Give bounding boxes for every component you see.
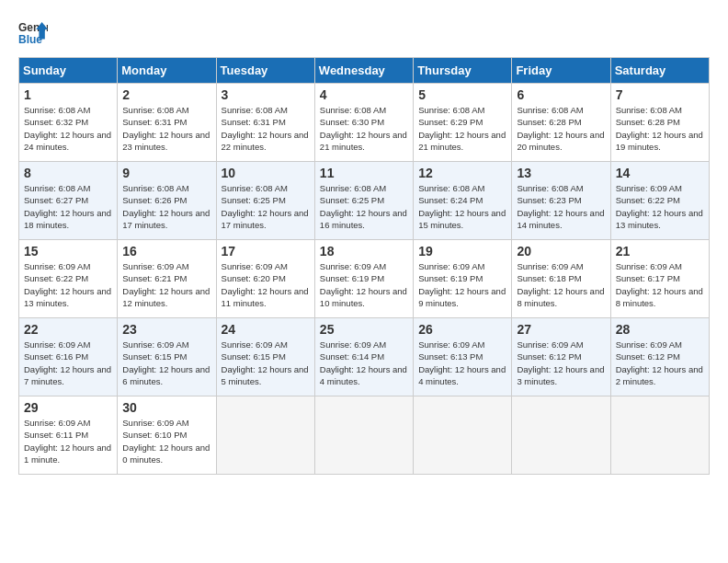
day-number: 26 [418,322,506,337]
day-number: 6 [517,87,605,102]
calendar-day-cell: 4 Sunrise: 6:08 AM Sunset: 6:30 PM Dayli… [314,84,413,162]
day-number: 27 [517,322,605,337]
calendar-day-cell: 27 Sunrise: 6:09 AM Sunset: 6:12 PM Dayl… [512,318,610,396]
weekday-header-tuesday: Tuesday [216,58,314,84]
day-number: 20 [517,244,605,259]
day-info: Sunrise: 6:09 AM Sunset: 6:21 PM Dayligh… [122,260,210,309]
weekday-header-wednesday: Wednesday [314,58,413,84]
calendar-day-cell: 26 Sunrise: 6:09 AM Sunset: 6:13 PM Dayl… [414,318,512,396]
calendar-day-cell: 25 Sunrise: 6:09 AM Sunset: 6:14 PM Dayl… [314,318,413,396]
day-info: Sunrise: 6:09 AM Sunset: 6:19 PM Dayligh… [320,260,408,309]
weekday-header-saturday: Saturday [610,58,709,84]
day-info: Sunrise: 6:08 AM Sunset: 6:26 PM Dayligh… [122,182,210,231]
day-number: 10 [222,166,310,180]
calendar-day-cell: 10 Sunrise: 6:08 AM Sunset: 6:25 PM Dayl… [216,162,314,240]
day-info: Sunrise: 6:08 AM Sunset: 6:31 PM Dayligh… [222,104,310,153]
calendar-day-cell: 3 Sunrise: 6:08 AM Sunset: 6:31 PM Dayli… [216,84,314,162]
svg-text:Blue: Blue [18,33,42,46]
day-number: 2 [122,87,210,102]
day-number: 3 [222,87,310,102]
day-info: Sunrise: 6:08 AM Sunset: 6:27 PM Dayligh… [24,182,112,231]
calendar-week-row: 8 Sunrise: 6:08 AM Sunset: 6:27 PM Dayli… [19,162,710,240]
weekday-header-friday: Friday [512,58,610,84]
day-number: 30 [122,400,210,415]
day-number: 28 [616,322,704,337]
day-info: Sunrise: 6:08 AM Sunset: 6:25 PM Dayligh… [222,182,310,231]
calendar-week-row: 29 Sunrise: 6:09 AM Sunset: 6:11 PM Dayl… [19,396,710,475]
day-number: 21 [616,244,704,259]
day-info: Sunrise: 6:09 AM Sunset: 6:11 PM Dayligh… [24,417,112,465]
day-info: Sunrise: 6:09 AM Sunset: 6:13 PM Dayligh… [418,339,506,387]
day-number: 25 [320,322,408,337]
page-container: General Blue SundayMondayTuesdayWednesda… [18,18,710,475]
calendar-week-row: 1 Sunrise: 6:08 AM Sunset: 6:32 PM Dayli… [19,84,710,162]
day-info: Sunrise: 6:09 AM Sunset: 6:12 PM Dayligh… [517,339,605,387]
calendar-day-cell: 24 Sunrise: 6:09 AM Sunset: 6:15 PM Dayl… [216,318,314,396]
day-info: Sunrise: 6:09 AM Sunset: 6:12 PM Dayligh… [616,339,704,387]
calendar-day-cell: 29 Sunrise: 6:09 AM Sunset: 6:11 PM Dayl… [19,396,118,475]
day-info: Sunrise: 6:08 AM Sunset: 6:24 PM Dayligh… [418,182,506,231]
day-info: Sunrise: 6:08 AM Sunset: 6:32 PM Dayligh… [24,104,112,153]
day-number: 18 [320,244,408,259]
day-info: Sunrise: 6:08 AM Sunset: 6:30 PM Dayligh… [320,104,408,153]
day-info: Sunrise: 6:08 AM Sunset: 6:28 PM Dayligh… [517,104,605,153]
calendar-day-cell [314,396,413,475]
header: General Blue [18,18,710,48]
day-info: Sunrise: 6:09 AM Sunset: 6:15 PM Dayligh… [222,339,310,387]
calendar-day-cell: 9 Sunrise: 6:08 AM Sunset: 6:26 PM Dayli… [118,162,216,240]
calendar-day-cell: 20 Sunrise: 6:09 AM Sunset: 6:18 PM Dayl… [512,240,610,318]
calendar-day-cell [610,396,709,475]
calendar-day-cell: 22 Sunrise: 6:09 AM Sunset: 6:16 PM Dayl… [19,318,118,396]
calendar-week-row: 22 Sunrise: 6:09 AM Sunset: 6:16 PM Dayl… [19,318,710,396]
calendar-day-cell: 12 Sunrise: 6:08 AM Sunset: 6:24 PM Dayl… [414,162,512,240]
day-number: 9 [122,166,210,180]
calendar-day-cell [216,396,314,475]
calendar-day-cell: 7 Sunrise: 6:08 AM Sunset: 6:28 PM Dayli… [610,84,709,162]
day-info: Sunrise: 6:09 AM Sunset: 6:18 PM Dayligh… [517,260,605,309]
day-number: 7 [616,87,704,102]
calendar-day-cell: 13 Sunrise: 6:08 AM Sunset: 6:23 PM Dayl… [512,162,610,240]
calendar-week-row: 15 Sunrise: 6:09 AM Sunset: 6:22 PM Dayl… [19,240,710,318]
day-info: Sunrise: 6:09 AM Sunset: 6:17 PM Dayligh… [616,260,704,309]
day-info: Sunrise: 6:09 AM Sunset: 6:22 PM Dayligh… [616,182,704,231]
day-info: Sunrise: 6:08 AM Sunset: 6:29 PM Dayligh… [418,104,506,153]
day-number: 29 [24,400,112,415]
calendar-day-cell: 15 Sunrise: 6:09 AM Sunset: 6:22 PM Dayl… [19,240,118,318]
calendar-day-cell: 30 Sunrise: 6:09 AM Sunset: 6:10 PM Dayl… [118,396,216,475]
weekday-header-thursday: Thursday [414,58,512,84]
calendar-day-cell [414,396,512,475]
day-number: 15 [24,244,112,259]
day-number: 12 [418,166,506,180]
logo-icon: General Blue [18,18,48,48]
calendar-day-cell: 28 Sunrise: 6:09 AM Sunset: 6:12 PM Dayl… [610,318,709,396]
calendar-day-cell: 23 Sunrise: 6:09 AM Sunset: 6:15 PM Dayl… [118,318,216,396]
calendar-day-cell: 2 Sunrise: 6:08 AM Sunset: 6:31 PM Dayli… [118,84,216,162]
day-number: 19 [418,244,506,259]
calendar-day-cell: 21 Sunrise: 6:09 AM Sunset: 6:17 PM Dayl… [610,240,709,318]
day-info: Sunrise: 6:08 AM Sunset: 6:23 PM Dayligh… [517,182,605,231]
weekday-header-row: SundayMondayTuesdayWednesdayThursdayFrid… [19,58,710,84]
calendar-day-cell [512,396,610,475]
calendar-day-cell: 8 Sunrise: 6:08 AM Sunset: 6:27 PM Dayli… [19,162,118,240]
calendar-day-cell: 17 Sunrise: 6:09 AM Sunset: 6:20 PM Dayl… [216,240,314,318]
day-info: Sunrise: 6:08 AM Sunset: 6:31 PM Dayligh… [122,104,210,153]
calendar-table: SundayMondayTuesdayWednesdayThursdayFrid… [18,57,710,475]
day-info: Sunrise: 6:09 AM Sunset: 6:19 PM Dayligh… [418,260,506,309]
day-number: 24 [222,322,310,337]
weekday-header-monday: Monday [118,58,216,84]
day-number: 11 [320,166,408,180]
logo: General Blue [18,18,48,48]
calendar-day-cell: 11 Sunrise: 6:08 AM Sunset: 6:25 PM Dayl… [314,162,413,240]
calendar-day-cell: 1 Sunrise: 6:08 AM Sunset: 6:32 PM Dayli… [19,84,118,162]
day-info: Sunrise: 6:09 AM Sunset: 6:16 PM Dayligh… [24,339,112,387]
day-number: 5 [418,87,506,102]
day-number: 1 [24,87,112,102]
day-number: 8 [24,166,112,180]
day-info: Sunrise: 6:09 AM Sunset: 6:20 PM Dayligh… [222,260,310,309]
day-info: Sunrise: 6:09 AM Sunset: 6:22 PM Dayligh… [24,260,112,309]
day-number: 14 [616,166,704,180]
day-number: 22 [24,322,112,337]
day-number: 13 [517,166,605,180]
calendar-day-cell: 6 Sunrise: 6:08 AM Sunset: 6:28 PM Dayli… [512,84,610,162]
day-info: Sunrise: 6:09 AM Sunset: 6:14 PM Dayligh… [320,339,408,387]
